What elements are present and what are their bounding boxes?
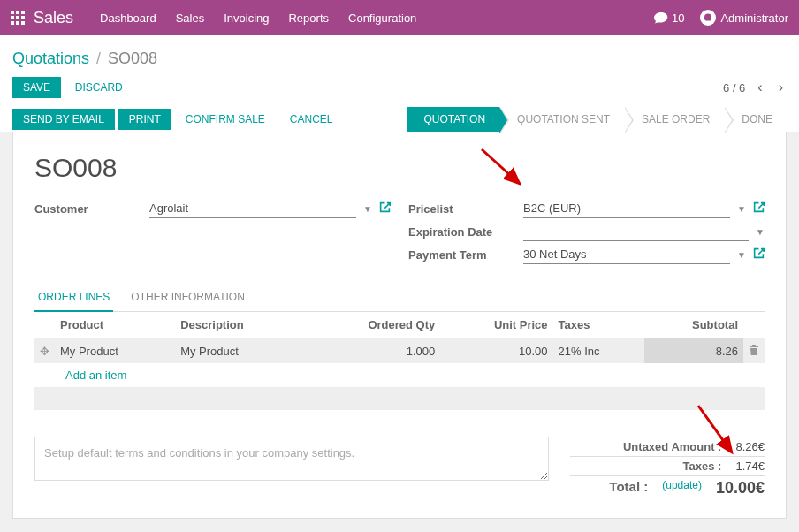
user-menu[interactable]: Administrator [700,10,788,26]
print-button[interactable]: Print [118,109,171,130]
drag-handle-icon[interactable]: ✥ [40,345,49,358]
pager-prev[interactable]: ‹ [754,80,765,95]
expiration-label: Expiration Date [408,225,523,239]
tabs: Order Lines Other Information [34,284,765,312]
col-taxes: Taxes [553,312,644,338]
pager-pos: 6 / 6 [723,81,745,95]
order-lines-table: Product Description Ordered Qty Unit Pri… [34,312,765,410]
expiration-caret-icon[interactable]: ▼ [756,227,765,237]
col-description: Description [175,312,304,338]
save-button[interactable]: Save [12,77,61,98]
payment-term-input[interactable] [523,245,730,264]
col-price: Unit Price [440,312,552,338]
svg-rect-8 [21,21,25,25]
tab-order-lines[interactable]: Order Lines [34,284,113,312]
chat-icon [654,11,668,24]
cell-description[interactable]: My Product [175,338,304,364]
apps-icon[interactable] [11,11,25,25]
content-header: Quotations / SO008 Save Discard 6 / 6 ‹ … [0,35,799,132]
svg-rect-7 [16,21,19,25]
untaxed-amount: 8.26€ [735,440,765,453]
stage-quotation-sent[interactable]: Quotation Sent [499,107,624,132]
delete-row-icon[interactable] [749,345,759,358]
cell-taxes[interactable]: 21% Inc [553,338,644,364]
taxes-amount: 1.74€ [735,460,765,473]
breadcrumb: Quotations / SO008 [12,44,787,72]
total-amount: 10.00€ [716,479,765,498]
pricelist-input[interactable] [523,199,730,218]
cell-price[interactable]: 10.00 [440,338,552,364]
table-row[interactable]: ✥ My Product My Product 1.000 10.00 21% … [34,338,765,364]
add-item-link[interactable]: Add an item [60,361,132,389]
update-link[interactable]: (update) [662,479,702,498]
total-label: Total : [609,479,648,498]
pricelist-external-link-icon[interactable] [753,201,765,216]
payment-term-caret-icon[interactable]: ▼ [737,250,746,260]
cell-qty[interactable]: 1.000 [304,338,440,364]
svg-rect-2 [21,11,25,14]
nav-items: Dashboard Sales Invoicing Reports Config… [100,11,416,25]
cell-subtotal: 8.26 [644,338,743,364]
messages-count: 10 [672,11,684,25]
col-qty: Ordered Qty [304,312,440,338]
app-title[interactable]: Sales [34,9,73,27]
customer-input[interactable] [149,199,356,218]
user-name: Administrator [720,11,788,25]
payment-term-external-link-icon[interactable] [753,247,765,262]
svg-rect-1 [16,11,19,14]
messages-button[interactable]: 10 [654,11,684,25]
totals: Untaxed Amount : 8.26€ Taxes : 1.74€ Tot… [570,437,765,500]
nav-sales[interactable]: Sales [176,11,205,25]
taxes-total-label: Taxes : [683,460,722,473]
cell-product[interactable]: My Product [55,338,175,364]
avatar-icon [700,10,716,26]
col-product: Product [55,312,175,338]
svg-rect-5 [21,16,25,19]
action-row: Save Discard 6 / 6 ‹ › [12,77,787,98]
nav-reports[interactable]: Reports [288,11,329,25]
pricelist-label: Pricelist [408,202,523,216]
terms-textarea[interactable]: Setup default terms and conditions in yo… [34,437,549,481]
tab-other-info[interactable]: Other Information [127,284,247,312]
nav-invoicing[interactable]: Invoicing [224,11,269,25]
send-email-button[interactable]: Send by Email [12,109,115,130]
confirm-sale-button[interactable]: Confirm Sale [175,109,276,130]
form-sheet: SO008 Customer ▼ Pricelist ▼ [12,132,787,519]
breadcrumb-current: SO008 [108,49,157,68]
pager: 6 / 6 ‹ › [723,80,787,95]
breadcrumb-sep: / [96,49,101,68]
stage-sale-order[interactable]: Sale Order [624,107,724,132]
topbar-right: 10 Administrator [654,10,788,26]
svg-rect-3 [11,16,14,19]
svg-rect-6 [11,21,14,25]
statusbar: Send by Email Print Confirm Sale Cancel … [12,107,787,132]
breadcrumb-parent[interactable]: Quotations [12,49,89,68]
cancel-button[interactable]: Cancel [279,109,344,130]
svg-rect-0 [11,11,14,14]
pricelist-caret-icon[interactable]: ▼ [737,204,746,214]
pager-next[interactable]: › [775,80,787,95]
customer-external-link-icon[interactable] [379,201,391,216]
nav-dashboard[interactable]: Dashboard [100,11,156,25]
nav-configuration[interactable]: Configuration [348,11,416,25]
discard-button[interactable]: Discard [65,77,133,98]
svg-rect-4 [16,16,19,19]
record-title: SO008 [34,153,765,183]
customer-label: Customer [34,202,149,216]
stage-quotation[interactable]: Quotation [407,107,500,132]
untaxed-label: Untaxed Amount : [623,440,721,453]
payment-term-label: Payment Term [408,248,523,262]
customer-caret-icon[interactable]: ▼ [363,204,372,214]
expiration-input[interactable] [523,222,749,241]
col-subtotal: Subtotal [644,312,743,338]
topbar: Sales Dashboard Sales Invoicing Reports … [0,0,799,35]
